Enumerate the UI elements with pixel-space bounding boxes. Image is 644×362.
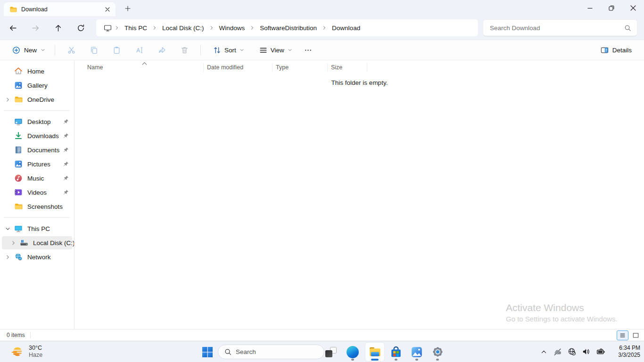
- titlebar: Download: [0, 0, 644, 16]
- up-button[interactable]: [50, 20, 66, 36]
- rename-icon: [135, 46, 143, 54]
- minimize-button[interactable]: [579, 0, 601, 16]
- this-pc-icon: [14, 224, 23, 233]
- system-tray: 6:34 PM 3/3/2025: [537, 341, 640, 362]
- close-button[interactable]: [622, 0, 644, 16]
- new-button[interactable]: New: [8, 43, 50, 58]
- chevron-up-icon: [541, 349, 547, 355]
- onedrive-tray-button[interactable]: [550, 344, 565, 360]
- taskbar-edge-button[interactable]: [343, 343, 362, 361]
- expand-chevron-icon[interactable]: [8, 240, 19, 246]
- expand-chevron-icon[interactable]: [2, 97, 13, 102]
- chevron-down-icon: [41, 48, 45, 52]
- sidebar-item-documents[interactable]: Documents: [2, 143, 72, 156]
- breadcrumb-item[interactable]: This PC: [121, 23, 150, 33]
- taskbar-store-button[interactable]: [387, 343, 405, 361]
- sidebar-item-downloads[interactable]: Downloads: [2, 129, 72, 142]
- delete-button[interactable]: [175, 42, 194, 58]
- breadcrumb-separator-icon: [250, 25, 255, 30]
- column-divider[interactable]: [367, 63, 367, 72]
- clock-time: 6:34 PM: [613, 345, 640, 352]
- details-view-button[interactable]: [617, 330, 628, 340]
- taskbar-search[interactable]: [218, 345, 324, 359]
- sidebar-item-this-pc[interactable]: This PC: [2, 222, 72, 235]
- network-tray-button[interactable]: [565, 344, 579, 360]
- empty-folder-message: This folder is empty.: [75, 79, 644, 86]
- sidebar-item-network[interactable]: Network: [2, 250, 72, 263]
- large-icons-view-button[interactable]: [630, 330, 642, 340]
- forward-button[interactable]: [27, 20, 43, 36]
- tab-title: Download: [21, 6, 98, 13]
- hidden-icons-button[interactable]: [537, 344, 550, 360]
- column-divider[interactable]: [272, 63, 272, 72]
- documents-icon: [14, 146, 23, 154]
- search-icon: [224, 348, 231, 355]
- sidebar-item-onedrive[interactable]: OneDrive: [2, 93, 72, 106]
- status-bar: 0 items: [0, 329, 644, 341]
- sidebar-item-screenshots[interactable]: Screenshots: [2, 200, 72, 213]
- expand-chevron-icon[interactable]: [2, 255, 13, 260]
- taskbar-settings-button[interactable]: [428, 343, 447, 361]
- column-divider[interactable]: [327, 63, 328, 72]
- breadcrumb-item[interactable]: SoftwareDistribution: [256, 23, 320, 33]
- sidebar-item-gallery[interactable]: Gallery: [2, 79, 72, 92]
- weather-widget[interactable]: 30°C Haze: [7, 341, 46, 362]
- share-button[interactable]: [152, 42, 171, 58]
- delete-icon: [181, 46, 189, 54]
- breadcrumb-item[interactable]: Windows: [216, 23, 248, 33]
- column-header-size[interactable]: Size: [331, 64, 342, 71]
- view-button[interactable]: View: [255, 43, 297, 58]
- sidebar-divider: [4, 110, 69, 111]
- column-divider[interactable]: [203, 63, 204, 72]
- volume-tray-button[interactable]: [579, 344, 593, 360]
- search-icon[interactable]: [624, 25, 631, 32]
- computer-icon[interactable]: [104, 24, 112, 32]
- column-header-date-modified[interactable]: Date modified: [207, 64, 243, 71]
- toolbar-separator: [55, 45, 55, 55]
- tab-close-icon[interactable]: [102, 4, 113, 15]
- rename-button[interactable]: [130, 42, 149, 58]
- sidebar-item-home[interactable]: Home: [2, 65, 72, 78]
- battery-icon: [596, 347, 605, 356]
- back-button[interactable]: [5, 20, 21, 36]
- sort-button[interactable]: Sort: [208, 43, 249, 58]
- column-header-type[interactable]: Type: [276, 64, 289, 71]
- sidebar-item-desktop[interactable]: Desktop: [2, 115, 72, 128]
- sidebar-divider: [4, 217, 69, 218]
- sort-icon: [213, 46, 221, 54]
- sidebar-item-local-disk[interactable]: Local Disk (C:): [2, 236, 72, 249]
- taskbar-clock[interactable]: 6:34 PM 3/3/2025: [613, 345, 640, 359]
- task-view-button[interactable]: [322, 343, 340, 361]
- cut-button[interactable]: [62, 42, 81, 58]
- start-button[interactable]: [198, 343, 217, 361]
- breadcrumb-item-current[interactable]: Download: [329, 23, 363, 33]
- refresh-button[interactable]: [73, 20, 89, 36]
- battery-tray-button[interactable]: [593, 344, 608, 360]
- desktop-screen: Download: [0, 0, 644, 362]
- details-pane-button[interactable]: Details: [596, 43, 636, 58]
- copy-button[interactable]: [84, 42, 103, 58]
- taskbar-photos-button[interactable]: [407, 343, 426, 361]
- folder-icon: [14, 95, 23, 104]
- new-tab-button[interactable]: [122, 3, 134, 14]
- volume-icon: [582, 347, 590, 356]
- onedrive-offline-icon: [553, 347, 562, 356]
- running-indicator: [415, 359, 418, 361]
- taskbar-search-input[interactable]: [236, 348, 318, 355]
- column-header-name[interactable]: Name: [87, 64, 103, 71]
- collapse-chevron-icon[interactable]: [2, 226, 13, 231]
- items-count: 0 items: [7, 332, 25, 338]
- sidebar-item-music[interactable]: Music: [2, 172, 72, 185]
- more-options-button[interactable]: [300, 42, 317, 58]
- breadcrumb-separator-icon: [115, 25, 119, 30]
- breadcrumb: This PC Local Disk (C:) Windows Software…: [96, 19, 478, 36]
- paste-button[interactable]: [107, 42, 126, 58]
- explorer-tab[interactable]: Download: [4, 2, 116, 16]
- breadcrumb-item[interactable]: Local Disk (C:): [159, 23, 207, 33]
- restore-button[interactable]: [601, 0, 622, 16]
- taskbar-file-explorer-button[interactable]: [365, 343, 384, 361]
- sidebar-item-pictures[interactable]: Pictures: [2, 157, 72, 171]
- sidebar-item-videos[interactable]: Videos: [2, 186, 72, 199]
- cut-icon: [67, 46, 75, 54]
- explorer-search-input[interactable]: [490, 25, 624, 32]
